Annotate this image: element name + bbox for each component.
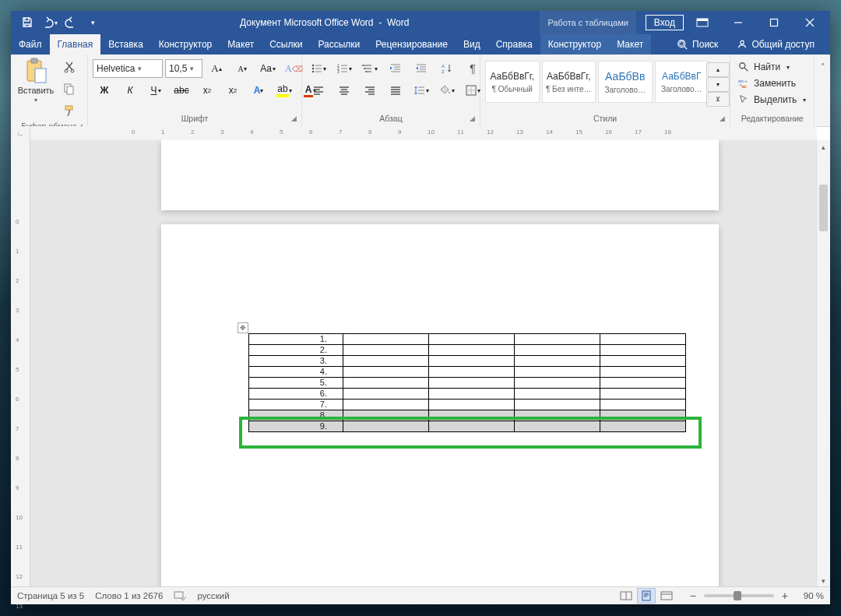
close-button[interactable] xyxy=(793,11,827,34)
line-spacing-button[interactable]: ▾ xyxy=(410,81,433,100)
table-cell[interactable] xyxy=(515,410,600,421)
paragraph-dialog-launcher[interactable]: ◢ xyxy=(470,114,475,122)
vertical-scrollbar[interactable]: ▴ ▾ xyxy=(816,140,830,587)
font-name-combo[interactable]: Helvetica▾ xyxy=(93,59,163,78)
table-cell[interactable] xyxy=(343,356,429,367)
table-cell[interactable]: 3. xyxy=(249,356,343,367)
shrink-font-button[interactable]: A▾ xyxy=(230,59,254,78)
table-cell[interactable] xyxy=(429,378,515,389)
table-cell[interactable]: 6. xyxy=(249,389,343,400)
select-button[interactable]: Выделить▾ xyxy=(735,92,809,107)
tell-me-search[interactable]: Поиск xyxy=(670,34,726,55)
style-heading2[interactable]: АаБбВвГЗаголово… xyxy=(655,61,709,103)
share-button[interactable]: Общий доступ xyxy=(729,34,822,55)
table-cell[interactable] xyxy=(343,367,429,378)
collapse-ribbon-button[interactable]: ˄ xyxy=(811,58,835,76)
tab-home[interactable]: Главная xyxy=(50,34,101,55)
tab-review[interactable]: Рецензирование xyxy=(368,34,456,55)
paste-button[interactable]: Вставить ▾ xyxy=(16,56,56,105)
table-cell[interactable] xyxy=(600,367,686,378)
table-cell[interactable] xyxy=(343,421,429,432)
table-cell[interactable] xyxy=(429,345,515,356)
view-read-button[interactable] xyxy=(617,588,635,604)
replace-button[interactable]: abacЗаменить xyxy=(735,76,799,91)
font-size-combo[interactable]: 10,5▾ xyxy=(165,59,202,78)
table-cell[interactable] xyxy=(515,378,600,389)
document-canvas[interactable]: ✥ 1.2.3.4.5.6.7.8.9. xyxy=(30,140,817,587)
view-print-button[interactable] xyxy=(637,588,656,604)
subscript-button[interactable]: x2 xyxy=(195,81,219,100)
table-cell[interactable] xyxy=(429,367,515,378)
status-page[interactable]: Страница 5 из 5 xyxy=(17,591,84,600)
strike-button[interactable]: abc xyxy=(170,81,193,100)
table-cell[interactable] xyxy=(343,400,429,410)
cut-button[interactable] xyxy=(58,58,81,76)
styles-row-down[interactable]: ▾ xyxy=(706,77,730,92)
table-cell[interactable] xyxy=(600,421,686,432)
table-cell[interactable]: 1. xyxy=(249,334,343,345)
table-cell[interactable]: 9. xyxy=(249,421,343,432)
table-cell[interactable] xyxy=(600,378,686,389)
table-cell[interactable] xyxy=(429,334,515,345)
table-cell[interactable]: 8. xyxy=(249,410,343,421)
table-cell[interactable] xyxy=(515,356,600,367)
scroll-thumb[interactable] xyxy=(819,185,828,231)
align-right-button[interactable] xyxy=(358,81,382,100)
find-button[interactable]: Найти▾ xyxy=(735,59,793,75)
style-normal[interactable]: АаБбВвГг,¶ Обычный xyxy=(485,61,540,103)
grow-font-button[interactable]: A▴ xyxy=(205,59,228,78)
table-cell[interactable] xyxy=(600,356,686,367)
undo-button[interactable]: ▾ xyxy=(39,12,59,33)
align-left-button[interactable] xyxy=(307,81,330,100)
shading-button[interactable]: ▾ xyxy=(435,81,459,100)
styles-expand[interactable]: ⊻ xyxy=(706,92,730,107)
table-cell[interactable] xyxy=(515,334,600,345)
table-cell[interactable] xyxy=(600,345,686,356)
table-cell[interactable] xyxy=(343,389,429,400)
maximize-button[interactable] xyxy=(757,11,791,34)
view-web-button[interactable] xyxy=(657,588,676,604)
horizontal-ruler[interactable]: 0123456789101112131415161718 xyxy=(30,126,817,140)
numbering-button[interactable]: 123▾ xyxy=(333,59,356,78)
redo-button[interactable] xyxy=(61,12,81,33)
styles-dialog-launcher[interactable]: ◢ xyxy=(720,114,725,122)
tab-references[interactable]: Ссылки xyxy=(262,34,310,55)
justify-button[interactable] xyxy=(384,81,407,100)
font-dialog-launcher[interactable]: ◢ xyxy=(291,114,297,122)
scroll-up-button[interactable]: ▴ xyxy=(817,140,830,153)
table-cell[interactable] xyxy=(600,389,686,400)
table-cell[interactable] xyxy=(429,400,515,410)
style-heading1[interactable]: АаБбВвЗаголово… xyxy=(598,61,653,103)
text-effects-button[interactable]: A▾ xyxy=(247,81,270,100)
scroll-down-button[interactable]: ▾ xyxy=(817,574,830,587)
table-cell[interactable] xyxy=(515,345,600,356)
save-button[interactable] xyxy=(17,12,37,33)
zoom-out-button[interactable]: − xyxy=(687,590,699,602)
tab-design[interactable]: Конструктор xyxy=(151,34,220,55)
table-cell[interactable]: 5. xyxy=(249,378,343,389)
document-table[interactable]: 1.2.3.4.5.6.7.8.9. xyxy=(248,333,686,432)
superscript-button[interactable]: x2 xyxy=(221,81,245,100)
table-move-handle[interactable]: ✥ xyxy=(238,322,248,333)
decrease-indent-button[interactable] xyxy=(384,59,407,78)
zoom-slider-thumb[interactable] xyxy=(734,591,741,600)
qat-customize[interactable]: ▾ xyxy=(83,12,103,33)
status-spellcheck-icon[interactable] xyxy=(174,590,186,601)
table-cell[interactable]: 2. xyxy=(249,345,343,356)
style-no-spacing[interactable]: АаБбВвГг,¶ Без инте… xyxy=(542,61,596,103)
signin-button[interactable]: Вход xyxy=(646,15,684,30)
table-cell[interactable] xyxy=(600,410,686,421)
table-cell[interactable] xyxy=(343,378,429,389)
table-cell[interactable] xyxy=(429,356,515,367)
zoom-slider[interactable] xyxy=(704,594,774,597)
tab-insert[interactable]: Вставка xyxy=(100,34,151,55)
tab-table-design[interactable]: Конструктор xyxy=(540,34,609,55)
bold-button[interactable]: Ж xyxy=(93,81,116,100)
italic-button[interactable]: К xyxy=(118,81,142,100)
table-cell[interactable] xyxy=(343,345,429,356)
table-cell[interactable]: 7. xyxy=(249,400,343,410)
table-cell[interactable] xyxy=(343,410,429,421)
vertical-ruler[interactable]: 01234567891011121314 xyxy=(11,140,30,587)
zoom-in-button[interactable]: + xyxy=(779,590,791,602)
scroll-track[interactable] xyxy=(817,153,830,574)
